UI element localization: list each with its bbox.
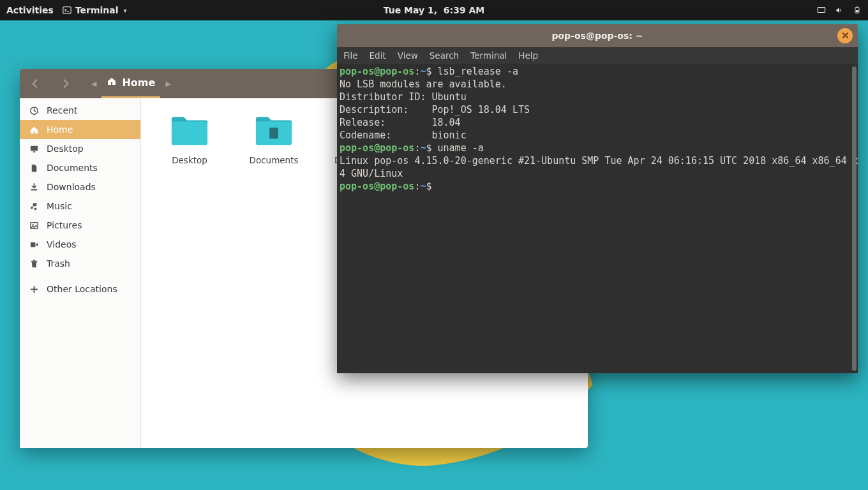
terminal-app-icon <box>63 6 71 15</box>
terminal-scrollbar[interactable] <box>852 66 857 371</box>
terminal-line: Codename: bionic <box>340 129 855 142</box>
sidebar-item-recent[interactable]: Recent <box>20 101 140 120</box>
sidebar-item-pictures[interactable]: Pictures <box>20 216 140 235</box>
sidebar-item-downloads[interactable]: Downloads <box>20 177 140 197</box>
files-sidebar: RecentHomeDesktopDocumentsDownloadsMusic… <box>20 98 141 448</box>
sidebar-item-label: Documents <box>47 163 98 173</box>
screen-indicator-icon[interactable] <box>817 6 826 15</box>
terminal-line: Description: Pop!_OS 18.04 LTS <box>340 103 855 116</box>
sidebar-item-documents[interactable]: Documents <box>20 158 140 177</box>
terminal-line: Linux pop-os 4.15.0-20-generic #21-Ubunt… <box>340 154 855 167</box>
svg-rect-4 <box>857 6 858 7</box>
menu-file[interactable]: File <box>343 50 358 61</box>
terminal-title: pop-os@pop-os: ~ <box>551 31 643 41</box>
terminal-window: pop-os@pop-os: ~ FileEditViewSearchTermi… <box>337 24 858 373</box>
sidebar-item-videos[interactable]: Videos <box>20 235 140 254</box>
svg-rect-13 <box>33 260 35 260</box>
sidebar-item-label: Music <box>47 201 72 211</box>
menu-edit[interactable]: Edit <box>370 50 386 61</box>
nav-forward-button[interactable] <box>53 71 79 96</box>
breadcrumb-sep-left-icon: ◀ <box>87 80 100 88</box>
terminal-titlebar[interactable]: pop-os@pop-os: ~ <box>337 24 858 47</box>
music-icon <box>29 201 39 211</box>
sidebar-item-label: Videos <box>47 239 77 249</box>
sidebar-item-label: Other Locations <box>47 284 117 294</box>
svg-rect-3 <box>856 10 858 12</box>
breadcrumb: ◀ Home ▶ <box>87 69 175 98</box>
sidebar-item-home[interactable]: Home <box>20 120 140 139</box>
menu-search[interactable]: Search <box>430 50 459 61</box>
terminal-output[interactable]: pop-os@pop-os:~$ lsb_release -aNo LSB mo… <box>337 64 858 373</box>
terminal-line: pop-os@pop-os:~$ <box>340 180 855 193</box>
battery-icon[interactable] <box>853 6 862 15</box>
breadcrumb-sep-right-icon: ▶ <box>161 80 174 88</box>
terminal-line: 4 GNU/Linux <box>340 167 855 180</box>
svg-rect-1 <box>818 8 825 13</box>
download-icon <box>29 182 39 192</box>
active-app-menu[interactable]: Terminal ▾ <box>63 5 127 15</box>
sidebar-item-label: Home <box>47 124 73 135</box>
folder-icon <box>253 112 294 150</box>
svg-rect-7 <box>33 151 35 152</box>
sidebar-item-trash[interactable]: Trash <box>20 254 140 273</box>
svg-rect-6 <box>30 145 37 151</box>
breadcrumb-home[interactable]: Home <box>104 69 158 98</box>
menu-terminal[interactable]: Terminal <box>470 50 507 61</box>
picture-icon <box>29 220 39 230</box>
scrollbar-thumb[interactable] <box>852 66 857 371</box>
terminal-line: Distributor ID: Ubuntu <box>340 91 855 103</box>
topbar-clock[interactable]: Tue May 1, 6:39 AM <box>384 5 485 15</box>
sidebar-item-label: Desktop <box>47 144 84 154</box>
volume-icon[interactable] <box>835 6 844 15</box>
svg-rect-0 <box>63 7 71 14</box>
sidebar-item-other-locations[interactable]: Other Locations <box>20 279 140 299</box>
chevron-down-icon: ▾ <box>124 7 127 14</box>
folder-label: Desktop <box>172 155 207 165</box>
nav-back-button[interactable] <box>22 71 48 96</box>
sidebar-item-label: Pictures <box>47 220 82 230</box>
active-app-label: Terminal <box>75 5 119 15</box>
close-icon <box>842 31 849 41</box>
svg-rect-8 <box>31 189 36 190</box>
video-icon <box>29 239 39 249</box>
home-icon <box>29 124 39 135</box>
terminal-line: pop-os@pop-os:~$ lsb_release -a <box>340 65 855 78</box>
svg-rect-16 <box>269 128 278 138</box>
folder-desktop[interactable]: Desktop <box>160 112 219 165</box>
trash-icon <box>29 258 39 269</box>
terminal-line: pop-os@pop-os:~$ uname -a <box>340 142 855 154</box>
gnome-topbar: Activities Terminal ▾ Tue May 1, 6:39 AM <box>0 0 868 20</box>
terminal-line: No LSB modules are available. <box>340 78 855 91</box>
breadcrumb-label: Home <box>122 77 155 89</box>
document-icon <box>29 163 39 173</box>
sidebar-item-desktop[interactable]: Desktop <box>20 139 140 158</box>
menu-help[interactable]: Help <box>518 50 538 61</box>
plus-icon <box>29 284 39 294</box>
svg-rect-14 <box>172 121 207 145</box>
terminal-menubar: FileEditViewSearchTerminalHelp <box>337 47 858 64</box>
sidebar-item-label: Recent <box>47 105 77 115</box>
desktop-icon <box>29 144 39 154</box>
sidebar-item-music[interactable]: Music <box>20 197 140 216</box>
terminal-line: Release: 18.04 <box>340 116 855 129</box>
activities-button[interactable]: Activities <box>6 5 54 15</box>
sidebar-item-label: Downloads <box>47 182 96 192</box>
close-button[interactable] <box>837 28 853 43</box>
home-icon <box>107 76 117 89</box>
folder-icon <box>169 112 210 150</box>
svg-rect-12 <box>31 260 36 262</box>
sidebar-item-label: Trash <box>47 258 70 269</box>
folder-documents[interactable]: Documents <box>244 112 303 165</box>
svg-rect-11 <box>30 242 35 247</box>
menu-view[interactable]: View <box>398 50 418 61</box>
clock-icon <box>29 105 39 115</box>
folder-label: Documents <box>250 155 299 165</box>
